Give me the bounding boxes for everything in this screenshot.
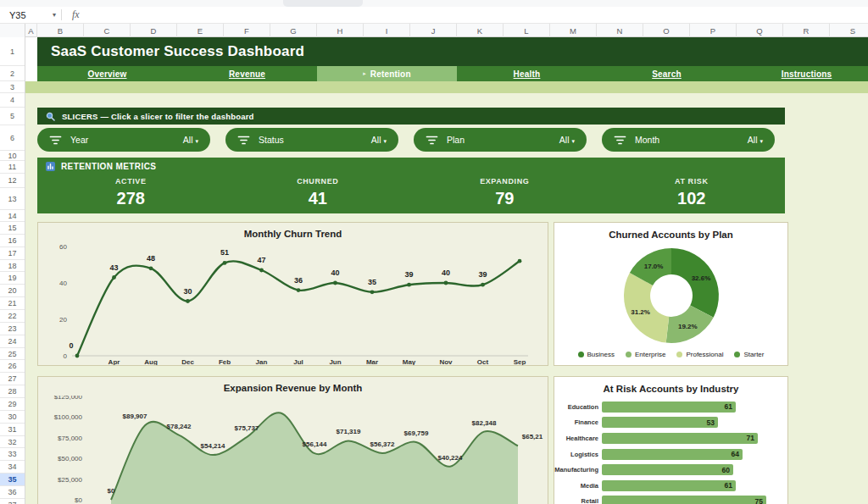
row-header-3[interactable]: 3 — [0, 81, 25, 93]
chart-monthly-churn-trend[interactable]: Monthly Churn Trend020406004348305147364… — [37, 222, 548, 366]
slicer-value-dropdown[interactable]: All▾ — [371, 135, 387, 145]
svg-text:$69,759: $69,759 — [404, 429, 429, 437]
metrics-grid: ACTIVE278CHURNED41EXPANDING79AT RISK102 — [37, 174, 785, 213]
svg-text:17.0%: 17.0% — [644, 263, 664, 270]
row-header-14[interactable]: 14 — [0, 210, 25, 222]
metric-value: 278 — [37, 189, 225, 208]
chart-expansion-revenue-by-month[interactable]: Expansion Revenue by Month$0$25,000$50,0… — [37, 376, 548, 504]
bar-row-media: Media61 — [554, 478, 787, 494]
row-header-27[interactable]: 27 — [0, 373, 25, 385]
legend-dot — [676, 352, 682, 357]
row-header-12[interactable]: 12 — [0, 174, 25, 188]
row-header-6[interactable]: 6 — [0, 125, 25, 151]
chart-churned-accounts-by-plan[interactable]: Churned Accounts by Plan32.6%19.2%31.2%1… — [554, 222, 788, 366]
tab-overview[interactable]: Overview — [37, 66, 177, 81]
slicer-status[interactable]: StatusAll▾ — [225, 128, 398, 152]
bar: 60 — [602, 464, 733, 475]
tab-revenue[interactable]: Revenue — [177, 66, 317, 81]
row-header-15[interactable]: 15 — [0, 222, 25, 235]
svg-text:$125,000: $125,000 — [54, 396, 83, 401]
legend-item-starter: Starter — [734, 351, 764, 358]
row-header-30[interactable]: 30 — [0, 411, 25, 424]
tab-label: Instructions — [782, 69, 832, 79]
bar-row-finance: Finance53 — [554, 415, 787, 431]
slicer-value-dropdown[interactable]: All▾ — [559, 135, 575, 145]
svg-text:$25,000: $25,000 — [58, 476, 82, 484]
row-header-26[interactable]: 26 — [0, 360, 25, 373]
tab-retention[interactable]: ▸Retention — [317, 66, 457, 81]
tab-health[interactable]: Health — [457, 66, 597, 81]
row-header-34[interactable]: 34 — [0, 461, 25, 474]
tab-search[interactable]: Search — [597, 66, 737, 81]
row-header-36[interactable]: 36 — [0, 486, 25, 499]
metric-label: AT RISK — [598, 177, 786, 186]
row-header-1[interactable]: 1 — [0, 37, 25, 66]
svg-text:$75,000: $75,000 — [58, 435, 82, 442]
slicer-value-dropdown[interactable]: All▾ — [748, 135, 763, 145]
row-header-31[interactable]: 31 — [0, 424, 25, 436]
svg-text:Mar: Mar — [366, 358, 378, 366]
bar-value: 75 — [755, 497, 763, 504]
legend-dot — [734, 352, 740, 357]
row-header-21[interactable]: 21 — [0, 297, 25, 310]
svg-text:$0: $0 — [75, 496, 82, 504]
svg-text:$75,737: $75,737 — [235, 424, 259, 432]
row-header-2[interactable]: 2 — [0, 66, 25, 81]
svg-text:Aug: Aug — [144, 358, 158, 366]
bar-category-label: Healthcare — [554, 435, 602, 442]
chevron-down-icon: ▾ — [195, 138, 198, 144]
bar-category-label: Logistics — [554, 451, 602, 458]
slicer-label: Month — [635, 135, 659, 145]
row-header-32[interactable]: 32 — [0, 436, 25, 449]
svg-text:$65,21: $65,21 — [522, 433, 543, 440]
slicer-year[interactable]: YearAll▾ — [37, 128, 210, 152]
svg-text:31.2%: 31.2% — [631, 308, 650, 316]
svg-text:47: 47 — [257, 256, 265, 264]
bar-value: 64 — [732, 450, 739, 458]
slicer-label: Status — [259, 135, 284, 145]
svg-text:$0: $0 — [108, 487, 115, 495]
svg-text:$54,214: $54,214 — [201, 442, 225, 450]
legend-dot — [578, 352, 584, 357]
row-header-29[interactable]: 29 — [0, 398, 25, 411]
slicer-label: Plan — [447, 135, 465, 145]
row-header-25[interactable]: 25 — [0, 348, 25, 361]
row-header-4[interactable]: 4 — [0, 93, 25, 108]
area-chart-canvas: $0$25,000$50,000$75,000$100,000$125,000$… — [38, 396, 548, 504]
row-header-13[interactable]: 13 — [0, 188, 25, 210]
row-header-16[interactable]: 16 — [0, 235, 25, 247]
row-header-28[interactable]: 28 — [0, 385, 25, 398]
row-header-19[interactable]: 19 — [0, 272, 25, 285]
svg-text:$40,224: $40,224 — [438, 454, 463, 462]
row-header-10[interactable]: 10 — [0, 151, 25, 161]
row-header-22[interactable]: 22 — [0, 310, 25, 323]
metric-label: ACTIVE — [37, 177, 225, 186]
slicer-month[interactable]: MonthAll▾ — [602, 128, 775, 152]
row-header-35[interactable]: 35 — [0, 474, 25, 486]
bar-chart-rows: Education61Finance53Healthcare71Logistic… — [554, 399, 787, 504]
row-header-24[interactable]: 24 — [0, 335, 25, 348]
svg-text:$71,319: $71,319 — [337, 428, 361, 435]
slicer-plan[interactable]: PlanAll▾ — [414, 128, 587, 152]
bar-row-logistics: Logistics64 — [554, 446, 787, 462]
row-header-37[interactable]: 37 — [0, 499, 25, 504]
chart-at-risk-by-industry[interactable]: At Risk Accounts by IndustryEducation61F… — [554, 376, 788, 504]
row-header-33[interactable]: 33 — [0, 448, 25, 461]
row-header-20[interactable]: 20 — [0, 285, 25, 297]
row-header-17[interactable]: 17 — [0, 247, 25, 260]
row-header-23[interactable]: 23 — [0, 323, 25, 335]
tab-label: Retention — [370, 69, 411, 79]
svg-text:$100,000: $100,000 — [54, 413, 83, 421]
svg-text:$89,907: $89,907 — [123, 413, 147, 420]
chart-title: Expansion Revenue by Month — [38, 377, 548, 396]
tab-label: Revenue — [229, 69, 265, 79]
row-header-5[interactable]: 5 — [0, 108, 25, 125]
metric-label: CHURNED — [225, 177, 412, 186]
row-header-11[interactable]: 11 — [0, 161, 25, 174]
tab-label: Search — [652, 69, 682, 79]
bar-category-label: Finance — [554, 418, 602, 426]
tab-instructions[interactable]: Instructions — [737, 66, 868, 81]
row-header-18[interactable]: 18 — [0, 260, 25, 273]
svg-text:36: 36 — [294, 276, 303, 285]
slicer-value-dropdown[interactable]: All▾ — [183, 135, 198, 145]
